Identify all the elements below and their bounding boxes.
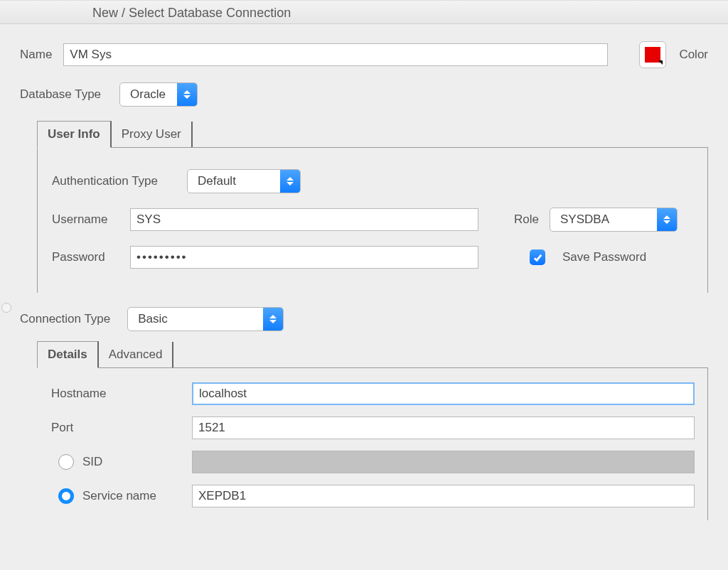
password-row: Password Save Password	[52, 246, 693, 269]
save-password-checkbox[interactable]	[530, 249, 545, 265]
tab-advanced[interactable]: Advanced	[99, 342, 174, 367]
port-input[interactable]	[192, 416, 695, 439]
auth-type-row: Authentication Type Default	[52, 169, 693, 193]
port-row: Port	[50, 416, 695, 439]
username-label: Username	[52, 213, 130, 227]
connection-type-row: Connection Type Basic	[20, 307, 708, 331]
password-input[interactable]	[130, 246, 478, 269]
service-name-row: Service name	[50, 485, 695, 507]
sid-option: SID	[50, 454, 192, 470]
name-input[interactable]	[63, 43, 608, 66]
hostname-label: Hostname	[50, 387, 192, 401]
tab-proxy-user[interactable]: Proxy User	[112, 122, 193, 147]
save-password-label: Save Password	[562, 250, 646, 264]
color-label: Color	[679, 48, 708, 62]
auth-type-label: Authentication Type	[52, 174, 187, 188]
connection-type-label: Connection Type	[20, 312, 110, 326]
color-picker-button[interactable]	[639, 41, 666, 68]
service-name-option: Service name	[50, 488, 192, 504]
port-label: Port	[50, 421, 192, 435]
sid-radio[interactable]	[58, 454, 74, 470]
auth-type-select[interactable]: Default	[187, 169, 301, 193]
connection-detail-tabs: Details Advanced	[37, 341, 708, 367]
connection-type-select[interactable]: Basic	[127, 307, 284, 331]
window-edge-indicator	[1, 303, 11, 313]
database-type-select[interactable]: Oracle	[119, 82, 198, 107]
password-label: Password	[52, 250, 130, 264]
database-type-label: Database Type	[20, 87, 119, 102]
name-label: Name	[20, 48, 52, 62]
check-icon	[532, 252, 543, 263]
window-title: New / Select Database Connection	[0, 0, 728, 24]
chevron-updown-icon	[280, 170, 300, 193]
user-info-panel: Authentication Type Default Username Rol…	[37, 147, 708, 293]
database-type-row: Database Type Oracle	[20, 82, 708, 107]
auth-tabs: User Info Proxy User	[37, 121, 708, 147]
service-name-input[interactable]	[192, 485, 695, 507]
sid-label: SID	[82, 455, 102, 469]
sid-row: SID	[50, 451, 695, 473]
role-label: Role	[514, 213, 550, 227]
chevron-updown-icon	[177, 83, 197, 106]
username-row: Username Role SYSDBA	[52, 208, 693, 232]
sid-input	[192, 451, 695, 473]
color-swatch-icon	[645, 47, 660, 63]
username-input[interactable]	[130, 208, 478, 231]
tab-details[interactable]: Details	[37, 341, 99, 368]
hostname-input[interactable]	[192, 382, 695, 405]
name-row: Name Color	[20, 41, 708, 68]
service-name-label: Service name	[82, 489, 156, 503]
hostname-row: Hostname	[50, 382, 695, 405]
chevron-updown-icon	[657, 208, 677, 231]
details-panel: Hostname Port SID Service name	[40, 367, 708, 520]
service-name-radio[interactable]	[58, 488, 74, 504]
role-select[interactable]: SYSDBA	[550, 208, 678, 232]
tab-user-info[interactable]: User Info	[37, 121, 112, 148]
chevron-updown-icon	[263, 308, 283, 330]
